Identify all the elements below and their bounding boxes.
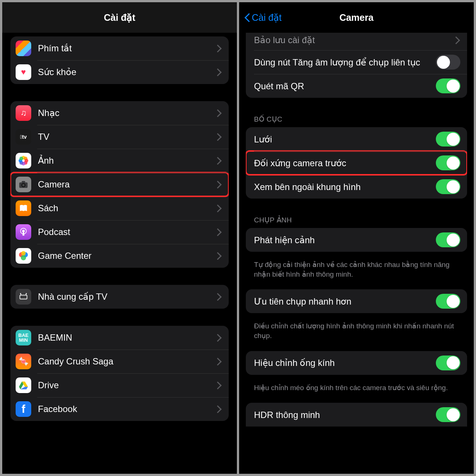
page-title: Cài đặt	[104, 12, 135, 23]
row-health[interactable]: ♥ Sức khỏe	[10, 60, 229, 84]
row-label: Candy Crush Saga	[38, 351, 215, 372]
row-podcast[interactable]: Podcast	[10, 220, 229, 244]
section-header-composition: BỐ CỤC	[246, 102, 467, 127]
page-title: Camera	[340, 12, 374, 23]
row-baemin[interactable]: BAEMIN BAEMIN	[10, 326, 229, 350]
chevron-right-icon	[218, 293, 222, 300]
drive-icon	[16, 377, 31, 393]
row-label: Quét mã QR	[254, 80, 431, 92]
row-grid[interactable]: Lưới	[246, 127, 467, 151]
toggle-faster-shooting[interactable]	[436, 294, 460, 309]
svg-rect-18	[20, 295, 27, 299]
row-shortcuts[interactable]: Phím tắt	[10, 36, 229, 60]
navbar: Cài đặt	[2, 2, 237, 33]
row-label: Ưu tiên chụp nhanh hơn	[254, 296, 431, 307]
row-label: Bảo lưu cài đặt	[254, 34, 453, 46]
shortcuts-icon	[16, 41, 31, 56]
svg-point-20	[26, 293, 27, 294]
row-lens-correction[interactable]: Hiệu chỉnh ống kính	[246, 351, 467, 375]
gamecenter-icon	[16, 248, 31, 264]
row-facebook[interactable]: f Facebook	[10, 397, 229, 421]
row-tv[interactable]: tv TV	[10, 125, 229, 149]
row-label: HDR thông minh	[254, 409, 431, 421]
row-volume-burst[interactable]: Dùng nút Tăng âm lượng để chụp liên tục	[246, 50, 467, 74]
toggle-lens-correction[interactable]	[436, 356, 460, 370]
camera-content: Bảo lưu cài đặt Dùng nút Tăng âm lượng đ…	[239, 33, 474, 474]
music-icon: ♫	[16, 105, 31, 121]
svg-point-13	[22, 230, 25, 232]
navbar: Cài đặt Camera	[239, 2, 474, 33]
row-mirror-front-camera[interactable]: Đối xứng camera trước	[246, 151, 467, 175]
baemin-icon: BAEMIN	[16, 330, 31, 345]
settings-group-3: BAEMIN BAEMIN 🍬 Candy Crush Saga Drive f…	[10, 326, 229, 421]
toggle-smart-hdr[interactable]	[436, 407, 460, 422]
camera-settings-screen: Cài đặt Camera Bảo lưu cài đặt Dùng nút …	[239, 2, 474, 474]
row-label: Xem bên ngoài khung hình	[254, 181, 431, 193]
settings-content: Phím tắt ♥ Sức khỏe ♫ Nhạc tv TV	[2, 33, 237, 474]
svg-point-17	[21, 251, 26, 255]
row-label: Lưới	[254, 134, 431, 145]
chevron-right-icon	[218, 252, 222, 260]
row-prioritize-faster[interactable]: Ưu tiên chụp nhanh hơn	[246, 289, 467, 313]
toggle-grid[interactable]	[436, 132, 460, 147]
camera-icon	[16, 177, 31, 192]
svg-point-16	[21, 255, 26, 260]
row-label: Nhạc	[38, 102, 215, 124]
settings-group-1: ♫ Nhạc tv TV	[10, 101, 229, 268]
tv-icon: tv	[16, 129, 31, 145]
row-scan-qr[interactable]: Quét mã QR	[246, 74, 467, 98]
back-button[interactable]: Cài đặt	[244, 12, 282, 23]
row-photos[interactable]: Ảnh	[10, 149, 229, 173]
tvprovider-icon	[16, 289, 31, 305]
podcast-icon	[16, 224, 31, 240]
chevron-right-icon	[456, 36, 460, 44]
toggle-scan-qr[interactable]	[436, 78, 460, 93]
settings-screen: Cài đặt Phím tắt ♥ Sức khỏe ♫ Nhạc tv	[2, 2, 237, 474]
chevron-right-icon	[218, 205, 222, 212]
books-icon	[16, 200, 31, 216]
row-books[interactable]: Sách	[10, 196, 229, 220]
row-label: Đối xứng camera trước	[254, 157, 431, 169]
row-label: Phím tắt	[38, 38, 215, 59]
section-footer: Hiệu chỉnh méo ống kính trên các camera …	[246, 379, 467, 393]
row-label: Podcast	[38, 221, 215, 243]
chevron-right-icon	[218, 382, 222, 389]
section-footer: Điều chỉnh chất lượng hình ảnh thông min…	[246, 318, 467, 340]
chevron-right-icon	[218, 358, 222, 365]
chevron-right-icon	[218, 157, 222, 164]
svg-point-19	[20, 293, 21, 294]
row-preserve-settings[interactable]: Bảo lưu cài đặt	[246, 33, 467, 50]
health-icon: ♥	[16, 64, 31, 80]
settings-group-2: Nhà cung cấp TV	[10, 285, 229, 309]
row-label: Ảnh	[38, 150, 215, 171]
svg-point-7	[19, 157, 23, 160]
row-label: Sức khỏe	[38, 61, 215, 83]
row-scene-detection[interactable]: Phát hiện cảnh	[246, 228, 467, 252]
toggle-scene-detection[interactable]	[436, 232, 460, 247]
chevron-left-icon	[244, 13, 250, 22]
row-label: Facebook	[38, 398, 215, 420]
row-label: Drive	[38, 374, 215, 396]
chevron-right-icon	[218, 68, 222, 76]
settings-group-0: Phím tắt ♥ Sức khỏe	[10, 36, 229, 84]
toggle-outside-frame[interactable]	[436, 179, 460, 194]
row-tvprovider[interactable]: Nhà cung cấp TV	[10, 285, 229, 309]
row-music[interactable]: ♫ Nhạc	[10, 101, 229, 125]
row-gamecenter[interactable]: Game Center	[10, 244, 229, 268]
section-header-capture: CHỤP ẢNH	[246, 203, 467, 228]
chevron-right-icon	[218, 45, 222, 52]
row-drive[interactable]: Drive	[10, 373, 229, 397]
camera-group-lens: Hiệu chỉnh ống kính	[246, 351, 467, 375]
row-candy[interactable]: 🍬 Candy Crush Saga	[10, 350, 229, 373]
back-label: Cài đặt	[252, 12, 282, 23]
row-camera[interactable]: Camera	[10, 173, 229, 196]
row-smart-hdr[interactable]: HDR thông minh	[246, 403, 467, 427]
row-label: Sách	[38, 197, 215, 219]
toggle-volume-burst[interactable]	[436, 55, 460, 70]
row-view-outside-frame[interactable]: Xem bên ngoài khung hình	[246, 175, 467, 199]
chevron-right-icon	[218, 405, 222, 413]
toggle-mirror-front[interactable]	[436, 155, 460, 170]
row-label: Phát hiện cảnh	[254, 234, 431, 246]
camera-group-faster: Ưu tiên chụp nhanh hơn	[246, 289, 467, 313]
svg-point-11	[22, 184, 25, 187]
